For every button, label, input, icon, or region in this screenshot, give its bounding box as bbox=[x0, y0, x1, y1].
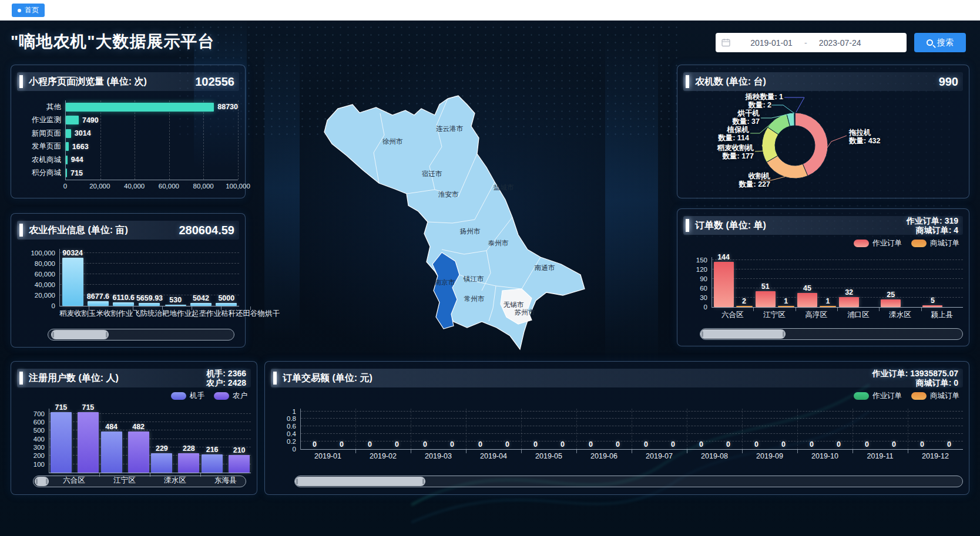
data-zoom-handle[interactable] bbox=[51, 330, 109, 339]
data-zoom-slider[interactable] bbox=[700, 328, 963, 340]
donut-slice-收割机[interactable] bbox=[767, 156, 808, 178]
bar-value-label: 715 bbox=[55, 403, 67, 412]
bar[interactable] bbox=[78, 412, 99, 473]
bar-value-label: 5042 bbox=[193, 294, 209, 302]
bar[interactable] bbox=[66, 116, 79, 124]
bar-column: 25 bbox=[881, 291, 901, 307]
bar[interactable] bbox=[202, 454, 223, 473]
category-label: 积分商城 bbox=[12, 168, 61, 178]
data-zoom-slider[interactable] bbox=[48, 329, 234, 341]
x-tick-label: 起垄作业 bbox=[192, 306, 221, 317]
x-tick-label: 飞防统治 bbox=[133, 306, 162, 317]
bar[interactable] bbox=[66, 142, 69, 151]
end-date-input[interactable] bbox=[807, 38, 873, 48]
legend-chip-icon bbox=[911, 240, 927, 247]
bar[interactable] bbox=[820, 306, 836, 307]
map-city-label: 常州市 bbox=[464, 295, 485, 302]
breadcrumb-dot-icon bbox=[18, 9, 21, 12]
bar[interactable] bbox=[839, 297, 859, 307]
bar[interactable] bbox=[66, 156, 68, 164]
bar-column: 45 bbox=[797, 284, 817, 307]
x-tick-label: 江宁区 bbox=[753, 308, 795, 318]
bar[interactable] bbox=[88, 301, 109, 306]
x-axis-labels: 稻麦收割玉米收割作业飞防统治耙地作业起垄作业秸秆还田谷物烘干 bbox=[59, 306, 239, 317]
bar-value-label: 0 bbox=[505, 440, 509, 449]
bar[interactable] bbox=[797, 293, 817, 307]
bar-column: 0 bbox=[419, 440, 431, 449]
bar-column: 0 bbox=[861, 440, 873, 449]
y-tick-label: 300 bbox=[33, 444, 45, 451]
legend-chip-icon bbox=[214, 392, 229, 400]
bar[interactable] bbox=[216, 303, 237, 306]
bar[interactable] bbox=[101, 432, 122, 473]
plot-area: 0306090120150144251145132255 bbox=[711, 257, 963, 308]
category-label: 发单页面 bbox=[12, 141, 61, 151]
bar-groups: 144251145132255 bbox=[712, 257, 963, 307]
bar[interactable] bbox=[62, 258, 83, 306]
legend-item[interactable]: 作业订单 bbox=[854, 391, 902, 401]
dashboard-stage: "嘀地农机"大数据展示平台 - 搜索 bbox=[0, 0, 980, 536]
bar[interactable] bbox=[151, 453, 172, 473]
bar[interactable] bbox=[881, 299, 901, 307]
data-zoom-handle[interactable] bbox=[295, 477, 425, 486]
bar[interactable] bbox=[736, 306, 753, 307]
bar[interactable] bbox=[756, 291, 776, 307]
agri-bar-chart: 020,00040,00060,00080,000100,00090324867… bbox=[11, 249, 245, 317]
y-tick-label: 60 bbox=[700, 285, 707, 292]
bar[interactable] bbox=[190, 303, 212, 306]
data-zoom-slider[interactable] bbox=[294, 476, 963, 487]
bar-group: 00 bbox=[742, 409, 797, 449]
bar-value-label: 5 bbox=[931, 296, 935, 305]
gridline bbox=[238, 100, 239, 180]
x-tick-label: 2019-02 bbox=[355, 450, 411, 460]
bar[interactable] bbox=[139, 303, 160, 306]
plot-area: 00.20.40.60.81000000000000000000000000 bbox=[300, 409, 963, 450]
bar[interactable] bbox=[51, 412, 72, 473]
start-date-input[interactable] bbox=[739, 38, 804, 48]
legend-item[interactable]: 商城订单 bbox=[911, 391, 959, 401]
bar[interactable] bbox=[165, 305, 186, 306]
y-tick-label: 100,000 bbox=[31, 250, 55, 257]
bar[interactable] bbox=[66, 103, 214, 112]
bar[interactable] bbox=[922, 305, 942, 307]
bar-column: 0 bbox=[723, 440, 734, 449]
x-tick-label: 2019-11 bbox=[853, 450, 908, 460]
legend-item[interactable]: 作业订单 bbox=[854, 238, 902, 248]
x-axis-labels: 2019-012019-022019-032019-042019-052019-… bbox=[300, 450, 963, 460]
data-zoom-slider[interactable] bbox=[33, 476, 246, 487]
bar-value-label: 0 bbox=[368, 440, 372, 449]
legend-item[interactable]: 商城订单 bbox=[911, 238, 959, 248]
bar-value-label: 32 bbox=[845, 288, 853, 296]
bar[interactable] bbox=[66, 129, 71, 138]
bar[interactable] bbox=[178, 453, 199, 473]
bar[interactable] bbox=[778, 306, 794, 307]
bar-column: 0 bbox=[944, 440, 955, 449]
bar-column: 0 bbox=[778, 440, 790, 449]
x-tick-label: 稻麦收割 bbox=[59, 306, 89, 317]
legend-item[interactable]: 机手 bbox=[171, 391, 204, 401]
bar[interactable] bbox=[113, 302, 134, 306]
y-tick-label: 40,000 bbox=[35, 281, 55, 288]
search-button[interactable]: 搜索 bbox=[914, 33, 966, 52]
x-tick-label: 0 bbox=[63, 183, 67, 190]
bar-group: 00 bbox=[521, 409, 576, 449]
date-range-picker[interactable]: - bbox=[716, 33, 907, 52]
data-zoom-handle[interactable] bbox=[35, 477, 49, 486]
bar[interactable] bbox=[66, 168, 67, 177]
y-tick-label: 0 bbox=[52, 302, 55, 309]
y-tick-label: 30 bbox=[700, 294, 707, 301]
bar-value-label: 0 bbox=[699, 440, 703, 449]
bar-column: 32 bbox=[839, 288, 859, 307]
panel-stats: 作业订单: 13935875.07 商城订单: 0 bbox=[872, 369, 958, 387]
x-tick-label: 溧水区 bbox=[879, 308, 921, 318]
legend-item[interactable]: 农户 bbox=[214, 391, 247, 401]
breadcrumb-home-tab[interactable]: 首页 bbox=[12, 4, 45, 17]
bar[interactable] bbox=[229, 455, 250, 473]
bar-value-label: 484 bbox=[105, 423, 118, 431]
y-tick-label: 0.4 bbox=[287, 430, 296, 437]
y-tick-label: 0 bbox=[704, 304, 707, 311]
data-zoom-handle[interactable] bbox=[700, 329, 786, 339]
category-label: 新闻页面 bbox=[12, 129, 61, 139]
bar[interactable] bbox=[714, 262, 734, 307]
bar[interactable] bbox=[128, 432, 149, 473]
